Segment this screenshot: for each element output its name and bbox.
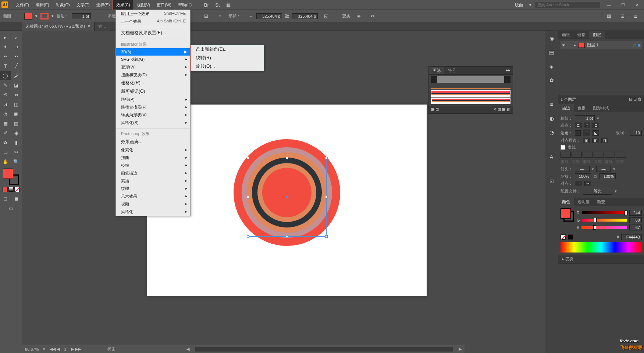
fill-stroke-control[interactable] xyxy=(3,169,19,185)
tab-stroke[interactable]: 描边 xyxy=(558,104,574,112)
artboard-number[interactable]: 1 xyxy=(64,347,66,352)
stroke-swatch[interactable] xyxy=(40,13,49,20)
selection-box[interactable] xyxy=(248,158,327,237)
lasso-tool[interactable]: ⊃ xyxy=(11,42,22,52)
mi-doc-raster[interactable]: 文档栅格效果设置(E)... xyxy=(116,29,190,37)
cap-butt[interactable]: ⊏ xyxy=(575,123,581,128)
mi-stylize-ai[interactable]: 风格化(S)▸ xyxy=(116,119,190,127)
panel-menu-icon[interactable]: ≣ xyxy=(630,11,641,21)
link-scale-icon[interactable]: ⛓ xyxy=(593,174,597,179)
dash-field-2[interactable] xyxy=(583,152,593,158)
artboard-nav-prev-icon[interactable]: ◀◀ ◀ xyxy=(50,347,60,352)
close-button[interactable]: ✕ xyxy=(631,1,643,9)
mi-path[interactable]: 路径(P)▸ xyxy=(116,96,190,103)
close-tab-icon[interactable]: ✕ xyxy=(87,24,90,29)
grid-toggle-icon[interactable]: ▦ xyxy=(604,11,615,21)
panel-collapse-icon[interactable]: ▸▸ xyxy=(504,67,513,74)
pen-tool[interactable]: ✒ xyxy=(0,52,11,61)
hidden-tab[interactable]: 尝… xyxy=(95,22,109,31)
zoom-tool[interactable]: 🔍 xyxy=(11,157,22,166)
mi-rasterize[interactable]: 栅格化(R)... xyxy=(116,79,190,87)
height-field[interactable] xyxy=(292,13,318,19)
draw-normal-icon[interactable]: ◻ xyxy=(0,194,11,203)
curvature-tool[interactable]: 〰 xyxy=(11,52,22,61)
gradient-tool[interactable]: ▥ xyxy=(11,119,22,128)
color-fillstroke[interactable] xyxy=(561,208,574,222)
cap-project[interactable]: ⊐ xyxy=(593,123,599,128)
menu-select[interactable]: 选择(S) xyxy=(93,0,113,10)
direct-selection-tool[interactable]: ▹ xyxy=(11,32,22,42)
width-tool[interactable]: ⊿ xyxy=(0,99,11,109)
fill-dropdown-icon[interactable]: ▾ xyxy=(35,14,38,18)
minimize-button[interactable]: — xyxy=(604,1,615,9)
perspective-tool[interactable]: ▣ xyxy=(11,109,22,119)
mi-brush-strokes[interactable]: 画笔描边▸ xyxy=(116,169,190,177)
dash-field[interactable] xyxy=(561,152,571,158)
arrange-icon[interactable]: ▦ xyxy=(223,0,234,10)
workspace-dropdown-icon[interactable]: ▾ xyxy=(529,3,531,7)
mi-warp[interactable]: 变形(W)▸ xyxy=(116,63,190,71)
brush-sample-1[interactable] xyxy=(431,76,510,83)
isolate-icon[interactable]: ◈ xyxy=(353,11,364,21)
menu-effect[interactable]: 效果(C) xyxy=(113,0,133,10)
maximize-button[interactable]: ☐ xyxy=(618,1,629,9)
align-outside[interactable]: ◨ xyxy=(601,138,608,143)
join-miter[interactable]: ⌐ xyxy=(575,130,581,136)
none-mode-icon[interactable] xyxy=(14,187,19,192)
brush-sample-selected[interactable] xyxy=(431,98,510,104)
blend-tool[interactable]: ◉ xyxy=(11,128,22,138)
shaper-tool[interactable]: ✎ xyxy=(0,80,11,90)
mi-effect-gallery[interactable]: 效果画廊... xyxy=(116,138,190,146)
brush-sample-3[interactable] xyxy=(431,90,510,97)
mi-3d[interactable]: 3D(3)▶ xyxy=(116,48,190,56)
menu-edit[interactable]: 编辑(E) xyxy=(32,0,53,10)
screen-mode-icon[interactable]: ▭ xyxy=(0,203,22,213)
scroll-right-icon[interactable]: ▶ xyxy=(459,347,462,352)
symbols-icon[interactable]: ◈ xyxy=(547,62,556,71)
tab-layers[interactable]: 图层 xyxy=(589,31,605,39)
expand-panel-icon[interactable]: ▸ xyxy=(562,257,565,261)
mi-extrude-bevel[interactable]: 凸出和斜角(E)... xyxy=(191,45,264,54)
dash-checkbox[interactable] xyxy=(561,145,565,150)
weight-field[interactable] xyxy=(575,115,595,121)
magic-wand-tool[interactable]: ✦ xyxy=(0,42,11,52)
align-icon[interactable]: ⊞ xyxy=(200,11,211,21)
cap-round[interactable]: ⊂ xyxy=(584,123,590,128)
paintbrush-tool[interactable]: 🖌 xyxy=(11,71,22,80)
layer-row[interactable]: 👁 ▸ 图层 1 ◎ ◼ xyxy=(561,41,642,49)
stroke-icon[interactable]: ≡ xyxy=(547,100,556,109)
tab-transform[interactable]: ▸ 变换 xyxy=(558,255,577,263)
menu-view[interactable]: 视图(V) xyxy=(134,0,154,10)
horizontal-scrollbar[interactable] xyxy=(195,347,453,352)
align-arrow-2[interactable]: ⇥ xyxy=(584,181,591,186)
mi-pathfinder[interactable]: 路径查找器(F)▸ xyxy=(116,103,190,111)
stroke-weight-field[interactable] xyxy=(72,13,91,19)
link-wh-icon[interactable]: ⛓ xyxy=(285,14,289,18)
tab-symbols[interactable]: 符号 xyxy=(444,67,460,74)
scroll-left-icon[interactable]: ◀ xyxy=(186,347,189,352)
tab-graphic-styles[interactable]: 图形样式 xyxy=(589,104,613,112)
align-arrow-1[interactable]: → xyxy=(575,181,582,186)
tab-color[interactable]: 颜色 xyxy=(558,198,574,206)
zoom-level[interactable]: 66.67% xyxy=(25,347,39,352)
menu-file[interactable]: 文件(F) xyxy=(13,0,32,10)
align2-icon[interactable]: ≡ xyxy=(214,11,225,21)
target-icon[interactable]: ◎ ◼ xyxy=(633,43,641,47)
layer-name[interactable]: 图层 1 xyxy=(587,42,598,48)
bridge-icon[interactable]: Br xyxy=(201,0,212,10)
graphic-styles-icon[interactable]: ◔ xyxy=(547,128,556,137)
artboard-nav-next-icon[interactable]: ▶ ▶▶ xyxy=(71,347,81,352)
mi-svg-filters[interactable]: SVG 滤镜(G)▸ xyxy=(116,56,190,63)
fill-swatch[interactable] xyxy=(24,13,32,20)
black-swatch[interactable] xyxy=(568,234,573,240)
shape-builder-tool[interactable]: ◔ xyxy=(0,109,11,119)
selection-tool[interactable]: ▸ xyxy=(0,32,11,42)
mi-sketch[interactable]: 素描▸ xyxy=(116,177,190,185)
arrow-scale-start[interactable] xyxy=(575,173,591,179)
join-bevel[interactable]: ◣ xyxy=(593,130,599,136)
menu-type[interactable]: 文字(T) xyxy=(73,0,93,10)
arrow-end[interactable]: — xyxy=(596,166,611,172)
r-slider[interactable] xyxy=(582,211,627,214)
menu-object[interactable]: 对象(O) xyxy=(53,0,73,10)
weight-dropdown-icon[interactable]: ▾ xyxy=(597,116,599,121)
